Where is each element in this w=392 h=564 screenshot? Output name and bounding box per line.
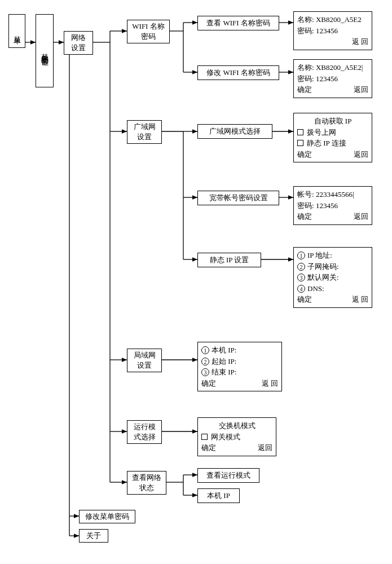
modify-wifi-name-pw-node: 修改 WIFI 名称密码 bbox=[197, 65, 279, 80]
ok-button[interactable]: 确定 bbox=[297, 84, 312, 95]
run-mode-panel: 交换机模式 网关模式 确定返回 bbox=[197, 417, 276, 456]
label: 结束 IP: bbox=[212, 368, 236, 376]
broadband-acct-pw-node: 宽带帐号密码设置 bbox=[197, 191, 279, 205]
local-ip-node: 本机 IP bbox=[197, 488, 240, 503]
menu-password-verify-node: 菜单密码验证 bbox=[36, 14, 54, 87]
view-net-status-node: 查看网络状态 bbox=[127, 471, 166, 495]
back-button[interactable]: 返回 bbox=[354, 84, 368, 95]
back-button[interactable]: 返 回 bbox=[352, 294, 368, 305]
num-icon: 3 bbox=[201, 368, 209, 376]
label: 名称: bbox=[297, 63, 314, 72]
value: XB8200_A5E2 bbox=[316, 15, 362, 24]
back-button[interactable]: 返回 bbox=[354, 149, 368, 160]
label: IP 地址: bbox=[307, 251, 332, 259]
static-ip-settings-node: 静态 IP 设置 bbox=[197, 253, 261, 267]
about-node: 关于 bbox=[79, 529, 108, 543]
option[interactable]: 自动获取 IP bbox=[297, 116, 368, 127]
back-button[interactable]: 返回 bbox=[354, 211, 368, 222]
option[interactable]: 网关模式 bbox=[201, 431, 272, 443]
back-button[interactable]: 返回 bbox=[258, 442, 272, 453]
label: 帐号: bbox=[297, 190, 314, 199]
option[interactable]: 拨号上网 bbox=[297, 127, 368, 138]
value[interactable]: 123456 bbox=[316, 201, 338, 210]
num-icon: 2 bbox=[201, 358, 209, 365]
label: 密码: bbox=[297, 201, 314, 210]
wan-mode-panel: 自动获取 IP 拨号上网 静态 IP 连接 确定返回 bbox=[293, 113, 372, 162]
ok-button[interactable]: 确定 bbox=[201, 378, 216, 389]
ok-button[interactable]: 确定 bbox=[297, 211, 312, 222]
option[interactable]: 静态 IP 连接 bbox=[297, 138, 368, 149]
wifi-view-panel: 名称: XB8200_A5E2 密码: 123456 返 回 bbox=[293, 11, 372, 50]
change-menu-password-node: 修改菜单密码 bbox=[79, 510, 135, 523]
wifi-edit-panel: 名称: XB8200_A5E2| 密码: 123456 确定返回 bbox=[293, 59, 372, 98]
view-wifi-name-pw-node: 查看 WIFI 名称密码 bbox=[197, 16, 279, 30]
label: 名称: bbox=[297, 15, 314, 24]
num-icon: 2 bbox=[297, 263, 305, 271]
label: 本机 IP: bbox=[212, 346, 236, 354]
label: 子网掩码: bbox=[307, 262, 339, 271]
label: 密码: bbox=[297, 74, 314, 83]
label: 起始 IP: bbox=[212, 357, 236, 365]
label: 密码: bbox=[297, 27, 314, 35]
option[interactable]: 交换机模式 bbox=[201, 420, 272, 431]
lan-panel: 1本机 IP: 2起始 IP: 3结束 IP: 确定返 回 bbox=[197, 342, 282, 391]
ok-button[interactable]: 确定 bbox=[201, 442, 216, 453]
value[interactable]: 2233445566| bbox=[316, 190, 354, 199]
back-button[interactable]: 返 回 bbox=[262, 378, 278, 389]
label: 默认网关: bbox=[307, 273, 339, 281]
value[interactable]: XB8200_A5E2| bbox=[316, 63, 363, 72]
wan-settings-node: 广域网设置 bbox=[127, 120, 162, 144]
back-button[interactable]: 返 回 bbox=[352, 37, 368, 46]
menu-node: 菜单 bbox=[8, 14, 25, 48]
num-icon: 3 bbox=[297, 274, 305, 281]
run-mode-select-node: 运行模式选择 bbox=[127, 420, 162, 444]
wifi-name-pw-node: WIFI 名称密码 bbox=[127, 20, 170, 43]
num-icon: 1 bbox=[201, 346, 209, 354]
value: 123456 bbox=[316, 27, 338, 35]
static-ip-panel: 1IP 地址: 2子网掩码: 3默认网关: 4DNS: 确定返 回 bbox=[293, 247, 372, 308]
broadband-panel: 帐号: 2233445566| 密码: 123456 确定返回 bbox=[293, 186, 372, 225]
network-settings-node: 网络设置 bbox=[64, 31, 93, 55]
ok-button[interactable]: 确定 bbox=[297, 294, 312, 305]
num-icon: 4 bbox=[297, 285, 305, 293]
lan-settings-node: 局域网设置 bbox=[127, 349, 162, 372]
ok-button[interactable]: 确定 bbox=[297, 149, 312, 160]
view-run-mode-node: 查看运行模式 bbox=[197, 468, 259, 483]
value[interactable]: 123456 bbox=[316, 74, 338, 83]
label: DNS: bbox=[307, 284, 324, 293]
num-icon: 1 bbox=[297, 252, 305, 259]
wan-mode-select-node: 广域网模式选择 bbox=[197, 124, 272, 139]
